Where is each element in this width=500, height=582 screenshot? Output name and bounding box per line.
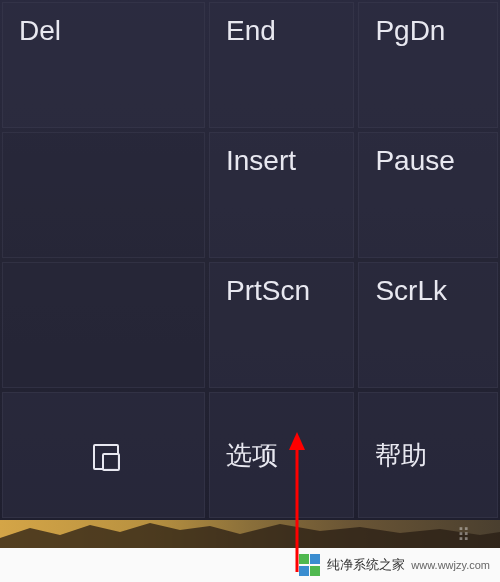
key-scrlk[interactable]: ScrLk — [358, 262, 498, 388]
keyboard-row-2: Insert Pause — [0, 130, 500, 260]
watermark-site-name: 纯净系统之家 — [327, 556, 405, 574]
keyboard-row-3: PrtScn ScrLk — [0, 260, 500, 390]
key-dock[interactable] — [2, 392, 205, 518]
taskbar-wallpaper — [0, 520, 500, 550]
mountain-silhouette — [0, 520, 500, 550]
watermark-logo-icon — [299, 554, 321, 576]
key-label: Insert — [226, 145, 296, 177]
key-del[interactable]: Del — [2, 2, 205, 128]
key-empty[interactable] — [2, 262, 205, 388]
watermark-url: www.wwjzy.com — [411, 559, 490, 571]
key-prtscn[interactable]: PrtScn — [209, 262, 354, 388]
key-pause[interactable]: Pause — [358, 132, 498, 258]
key-label: 帮助 — [375, 438, 427, 473]
dock-icon — [93, 444, 115, 466]
key-end[interactable]: End — [209, 2, 354, 128]
keyboard-row-4: 选项 帮助 — [0, 390, 500, 520]
key-empty[interactable] — [2, 132, 205, 258]
key-label: PgDn — [375, 15, 445, 47]
key-help[interactable]: 帮助 — [358, 392, 498, 518]
key-options[interactable]: 选项 — [209, 392, 354, 518]
key-label: 选项 — [226, 438, 278, 473]
key-label: End — [226, 15, 276, 47]
key-label: ScrLk — [375, 275, 447, 307]
on-screen-keyboard: Del End PgDn Insert Pause PrtScn ScrLk — [0, 0, 500, 520]
key-label: PrtScn — [226, 275, 310, 307]
key-pgdn[interactable]: PgDn — [358, 2, 498, 128]
key-label: Del — [19, 15, 61, 47]
key-insert[interactable]: Insert — [209, 132, 354, 258]
tray-icon: ⠿ — [457, 524, 470, 546]
watermark-bar: 纯净系统之家 www.wwjzy.com — [0, 548, 500, 582]
keyboard-row-1: Del End PgDn — [0, 0, 500, 130]
key-label: Pause — [375, 145, 454, 177]
